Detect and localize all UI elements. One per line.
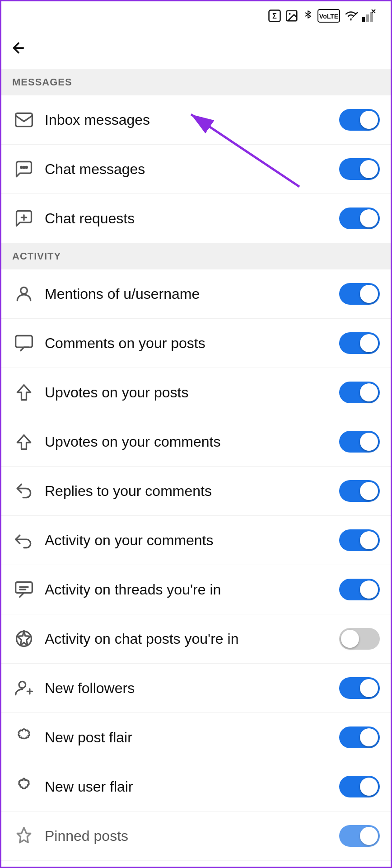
wifi-icon (344, 9, 358, 23)
bluetooth-icon (302, 9, 314, 23)
svg-rect-8 (366, 14, 369, 22)
status-icons: Σ VoLTE (268, 9, 380, 23)
svg-point-26 (19, 681, 26, 688)
toggle-switch[interactable] (339, 628, 380, 650)
settings-list: MESSAGES Inbox messages Chat messages Ch… (1, 69, 391, 861)
item-label-mentions: Mentions of u/username (45, 286, 339, 302)
toggle-switch[interactable] (339, 109, 380, 131)
signal-icon (362, 9, 376, 23)
comment-icon (12, 331, 36, 355)
person-icon (12, 282, 36, 306)
flair-star-icon (12, 726, 36, 749)
list-item-pinned-posts[interactable]: Pinned posts (1, 811, 391, 861)
toggle-switch[interactable] (339, 677, 380, 699)
reply-icon (12, 479, 36, 503)
item-label-activity-chat-posts: Activity on chat posts you're in (45, 631, 339, 647)
list-item-mentions[interactable]: Mentions of u/username (1, 269, 391, 319)
flair-star2-icon (12, 775, 36, 798)
item-label-upvotes-posts: Upvotes on your posts (45, 384, 339, 401)
list-item-activity-comments[interactable]: Activity on your comments (1, 516, 391, 565)
svg-point-20 (21, 287, 28, 294)
toggle-switch[interactable] (339, 208, 380, 229)
toggle-switch[interactable] (339, 382, 380, 403)
item-label-new-user-flair: New user flair (45, 778, 339, 795)
header (1, 28, 391, 69)
item-label-activity-threads: Activity on threads you're in (45, 581, 339, 598)
item-label-replies-comments: Replies to your comments (45, 483, 339, 500)
svg-rect-7 (362, 17, 365, 22)
toggle-switch[interactable] (339, 480, 380, 502)
item-label-comments-on-posts: Comments on your posts (45, 335, 339, 352)
svg-point-17 (26, 167, 28, 169)
toggle-switch[interactable] (339, 283, 380, 305)
toggle-switch[interactable] (339, 825, 380, 847)
toggle-switch[interactable] (339, 431, 380, 453)
toggle-switch[interactable] (339, 158, 380, 180)
item-label-inbox-messages: Inbox messages (45, 112, 339, 128)
list-item-chat-requests[interactable]: Chat requests (1, 194, 391, 243)
status-bar: Σ VoLTE (1, 1, 391, 28)
chat-plus-icon (12, 207, 36, 230)
list-item-new-post-flair[interactable]: New post flair (1, 713, 391, 762)
toggle-switch[interactable] (339, 529, 380, 551)
upvote-outline-icon (12, 430, 36, 453)
item-label-chat-messages: Chat messages (45, 161, 339, 178)
toggle-switch[interactable] (339, 332, 380, 354)
svg-rect-9 (370, 12, 373, 22)
volte-icon: VoLTE (317, 9, 340, 23)
svg-rect-21 (16, 336, 33, 348)
item-label-activity-comments: Activity on your comments (45, 532, 339, 549)
envelope-icon (12, 108, 36, 132)
svg-text:Σ: Σ (272, 12, 277, 20)
activity-reply-icon (12, 528, 36, 552)
list-item-new-user-flair[interactable]: New user flair (1, 762, 391, 811)
toggle-switch[interactable] (339, 776, 380, 797)
toggle-switch[interactable] (339, 726, 380, 748)
section-header-messages: MESSAGES (1, 69, 391, 95)
image-icon (285, 9, 299, 23)
item-label-new-followers: New followers (45, 680, 339, 697)
svg-rect-14 (16, 113, 33, 126)
pinned-icon (12, 824, 36, 848)
list-item-comments-on-posts[interactable]: Comments on your posts (1, 319, 391, 368)
sigma-icon: Σ (268, 9, 281, 23)
list-item-inbox-messages[interactable]: Inbox messages (1, 95, 391, 145)
item-label-new-post-flair: New post flair (45, 729, 339, 746)
list-item-upvotes-posts[interactable]: Upvotes on your posts (1, 368, 391, 417)
list-item-replies-comments[interactable]: Replies to your comments (1, 467, 391, 516)
list-item-upvotes-comments[interactable]: Upvotes on your comments (1, 417, 391, 467)
list-item-activity-chat-posts[interactable]: Activity on chat posts you're in (1, 614, 391, 664)
toggle-switch[interactable] (339, 579, 380, 600)
item-label-upvotes-comments: Upvotes on your comments (45, 434, 339, 450)
svg-point-3 (289, 13, 291, 15)
list-item-new-followers[interactable]: New followers (1, 664, 391, 713)
star-badge-icon (12, 627, 36, 651)
list-item-activity-threads[interactable]: Activity on threads you're in (1, 565, 391, 614)
svg-point-15 (21, 167, 23, 169)
thread-comment-icon (12, 578, 36, 601)
svg-point-16 (23, 167, 25, 169)
section-header-activity: ACTIVITY (1, 243, 391, 269)
item-label-pinned-posts: Pinned posts (45, 828, 339, 844)
chat-bubble-icon (12, 157, 36, 181)
list-item-chat-messages[interactable]: Chat messages (1, 145, 391, 194)
follower-icon (12, 676, 36, 700)
svg-text:VoLTE: VoLTE (319, 13, 338, 20)
item-label-chat-requests: Chat requests (45, 210, 339, 227)
upvote-filled-icon (12, 381, 36, 404)
back-button[interactable] (10, 40, 27, 58)
